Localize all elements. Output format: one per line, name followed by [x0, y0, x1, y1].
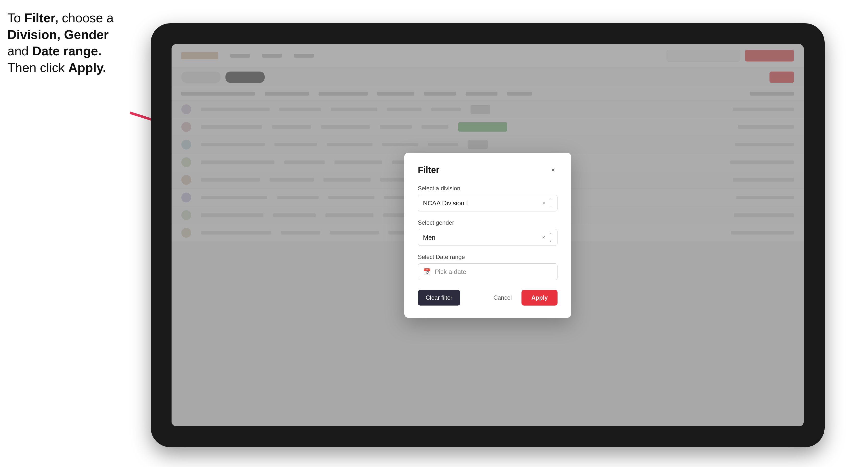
tablet-frame: Filter × Select a division NCAA Division…	[151, 23, 825, 447]
date-input[interactable]: 📅 Pick a date	[418, 263, 558, 280]
gender-select-controls: × ⌃⌄	[542, 232, 552, 243]
instruction-bold4: Apply.	[68, 61, 106, 75]
gender-arrow-icon: ⌃⌄	[549, 232, 552, 243]
gender-select[interactable]: Men × ⌃⌄	[418, 229, 558, 246]
date-label: Select Date range	[418, 254, 558, 260]
division-select-value: NCAA Division I	[423, 199, 468, 207]
division-select-controls: × ⌃⌄	[542, 198, 552, 209]
cancel-button[interactable]: Cancel	[489, 290, 517, 306]
instruction-bold3: Date range.	[32, 44, 101, 58]
instruction-line4: Then click	[7, 61, 68, 75]
division-select[interactable]: NCAA Division I × ⌃⌄	[418, 195, 558, 212]
modal-close-button[interactable]: ×	[549, 166, 558, 175]
calendar-icon: 📅	[423, 268, 431, 276]
modal-footer: Clear filter Cancel Apply	[418, 290, 558, 306]
gender-label: Select gender	[418, 219, 558, 226]
instruction-bold2: Division, Gender	[7, 27, 108, 42]
date-form-group: Select Date range 📅 Pick a date	[418, 254, 558, 280]
instruction-line1: To	[7, 11, 24, 25]
filter-modal: Filter × Select a division NCAA Division…	[404, 153, 571, 318]
instruction-panel: To Filter, choose a Division, Gender and…	[7, 10, 142, 76]
gender-form-group: Select gender Men × ⌃⌄	[418, 219, 558, 246]
modal-overlay: Filter × Select a division NCAA Division…	[172, 44, 804, 426]
instruction-line3: and	[7, 44, 32, 58]
division-arrow-icon: ⌃⌄	[549, 198, 552, 209]
instruction-bold1: Filter,	[24, 11, 58, 25]
modal-header: Filter ×	[418, 165, 558, 175]
modal-footer-right: Cancel Apply	[489, 290, 558, 306]
tablet-screen: Filter × Select a division NCAA Division…	[172, 44, 804, 426]
modal-title: Filter	[418, 165, 439, 175]
gender-clear-icon[interactable]: ×	[542, 234, 545, 241]
division-clear-icon[interactable]: ×	[542, 200, 545, 206]
gender-select-value: Men	[423, 234, 435, 241]
division-label: Select a division	[418, 185, 558, 192]
date-placeholder: Pick a date	[435, 268, 466, 276]
instruction-line2: choose a	[58, 11, 114, 25]
clear-filter-button[interactable]: Clear filter	[418, 290, 460, 306]
division-form-group: Select a division NCAA Division I × ⌃⌄	[418, 185, 558, 212]
apply-button[interactable]: Apply	[522, 290, 558, 306]
